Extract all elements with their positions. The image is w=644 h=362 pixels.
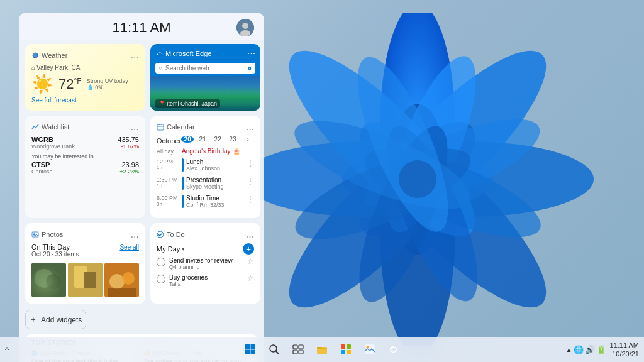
systray-chevron[interactable]: ▲ — [566, 346, 572, 353]
todo-more[interactable]: ... — [246, 229, 254, 239]
calendar-widget[interactable]: Calendar ... October 20 21 22 23 › — [150, 116, 260, 218]
add-widgets-button[interactable]: ＋ Add widgets — [25, 310, 86, 329]
todo-myday-header: My Day ▾ + — [157, 243, 254, 255]
edge-search-input[interactable] — [165, 65, 245, 72]
svg-rect-33 — [31, 263, 66, 297]
taskbar-search[interactable] — [263, 338, 286, 361]
svg-rect-50 — [293, 345, 297, 349]
calendar-more[interactable]: ... — [246, 122, 254, 132]
taskbar-taskview[interactable] — [287, 338, 309, 361]
svg-rect-42 — [108, 288, 136, 297]
todo-item-1[interactable]: Buy groceries Talia ☆ — [157, 274, 254, 287]
svg-rect-58 — [341, 350, 345, 354]
taskbar-explorer[interactable] — [311, 338, 333, 361]
stock-row-ctsp: CTSP Contoso 23.98 +2.23% — [31, 161, 139, 175]
photo-thumb-1[interactable] — [31, 263, 66, 297]
calendar-days: 20 21 22 23 › — [181, 136, 254, 143]
svg-line-23 — [162, 69, 163, 70]
widgets-header: 11:11 AM — [19, 13, 264, 40]
svg-rect-38 — [84, 272, 96, 288]
taskbar: ^ — [0, 337, 644, 362]
edge-widget[interactable]: Microsoft Edge ··· 📍 Itemi Ohashi, Japan — [150, 44, 260, 111]
network-icon[interactable]: 🌐 — [574, 345, 584, 354]
weather-more[interactable]: ... — [131, 50, 139, 60]
photo-thumb-2[interactable] — [68, 263, 103, 297]
taskbar-right: ▲ 🌐 🔊 🔋 11:11 AM 10/20/21 — [566, 341, 639, 359]
edge-location: 📍 Itemi Ohashi, Japan — [155, 99, 220, 108]
edge-more[interactable]: ··· — [247, 48, 255, 59]
systray: ^ — [5, 345, 9, 354]
todo-item-0[interactable]: Send invites for review Q4 planning ☆ — [157, 257, 254, 270]
svg-rect-56 — [341, 344, 345, 349]
svg-point-61 — [367, 346, 369, 349]
todo-checkbox-1[interactable] — [157, 275, 165, 283]
todo-star-1[interactable]: ☆ — [247, 274, 254, 283]
todo-add-button[interactable]: + — [243, 243, 254, 255]
photos-title: Photos — [31, 231, 63, 238]
svg-rect-59 — [347, 350, 351, 354]
systray-arrow[interactable]: ^ — [5, 345, 9, 354]
svg-point-16 — [399, 160, 436, 198]
weather-title: Weather — [31, 52, 67, 59]
svg-point-22 — [160, 67, 162, 69]
todo-checkbox-0[interactable] — [157, 258, 165, 266]
edge-title: Microsoft Edge — [155, 50, 211, 57]
taskbar-clock[interactable]: 11:11 AM 10/20/21 — [610, 341, 639, 359]
stock-row-wgrb: WGRB Woodgrove Bank 435.75 -1.67% — [31, 136, 139, 150]
watchlist-title: Watchlist — [31, 123, 69, 131]
taskbar-left: ^ — [5, 345, 9, 354]
svg-rect-45 — [251, 344, 256, 349]
photo-thumb-3[interactable] — [104, 263, 139, 297]
svg-rect-27 — [157, 124, 164, 130]
svg-rect-46 — [245, 350, 250, 355]
svg-point-19 — [240, 30, 250, 36]
user-avatar[interactable] — [236, 19, 254, 36]
svg-point-48 — [270, 345, 277, 352]
weather-location: ⌂ Valley Park, CA — [31, 64, 139, 71]
weather-forecast-link[interactable]: See full forecast — [31, 97, 139, 104]
photos-subtitle: Oct 20 · 33 items — [31, 251, 79, 258]
svg-point-40 — [109, 274, 125, 289]
taskbar-center — [239, 338, 405, 361]
todo-widget[interactable]: To Do ... My Day ▾ + Send i — [150, 223, 260, 304]
calendar-allday-event: All day Angela's Birthday 🎂 — [157, 148, 254, 155]
win11-wallpaper — [242, 13, 594, 346]
desktop: 11:11 AM Weather ... — [0, 0, 644, 362]
todo-star-0[interactable]: ☆ — [247, 257, 254, 266]
svg-rect-53 — [299, 350, 303, 354]
svg-point-41 — [122, 272, 135, 285]
start-button[interactable] — [239, 338, 262, 361]
photos-more[interactable]: ... — [131, 229, 139, 239]
widgets-time: 11:11 AM — [47, 19, 236, 36]
calendar-title: Calendar — [157, 123, 195, 131]
todo-title: To Do — [157, 231, 185, 238]
volume-icon[interactable]: 🔊 — [585, 345, 595, 354]
edge-search-bar[interactable] — [155, 63, 255, 74]
widgets-grid: Weather ... ⌂ Valley Park, CA ☀️ 72°F St… — [19, 40, 264, 307]
photos-see-all-link[interactable]: See all — [119, 244, 139, 251]
photos-heading: On This Day — [31, 243, 79, 251]
weather-main: ☀️ 72°F Strong UV today 💧 0% — [31, 74, 139, 94]
svg-rect-52 — [293, 350, 297, 354]
weather-widget[interactable]: Weather ... ⌂ Valley Park, CA ☀️ 72°F St… — [25, 44, 145, 111]
watchlist-more[interactable]: ... — [131, 122, 139, 132]
taskbar-photos-app[interactable] — [358, 338, 381, 361]
battery-icon[interactable]: 🔋 — [596, 345, 606, 354]
photos-widget[interactable]: Photos ... On This Day Oct 20 · 33 items… — [25, 223, 145, 304]
taskbar-store[interactable] — [335, 338, 357, 361]
taskbar-edge[interactable] — [382, 338, 405, 361]
calendar-event-studio: 6:00 PM 3h Studio Time Conf Rm 32/33 ⋮ — [157, 194, 254, 209]
svg-point-20 — [33, 53, 38, 58]
photos-thumbnails — [31, 263, 139, 297]
svg-rect-47 — [251, 350, 256, 355]
svg-rect-57 — [347, 344, 351, 349]
calendar-event-lunch: 12 PM 1h Lunch Alex Johnson ⋮ — [157, 157, 254, 173]
calendar-event-presentation: 1:30 PM 1h Presentation Skype Meeting ⋮ — [157, 175, 254, 191]
svg-point-35 — [46, 274, 61, 289]
svg-rect-51 — [299, 345, 303, 349]
svg-point-18 — [242, 23, 248, 29]
svg-point-34 — [35, 269, 53, 288]
svg-line-49 — [276, 351, 279, 354]
widgets-panel: 11:11 AM Weather ... — [19, 13, 264, 362]
watchlist-widget[interactable]: Watchlist ... WGRB Woodgrove Bank 435.75… — [25, 116, 145, 218]
